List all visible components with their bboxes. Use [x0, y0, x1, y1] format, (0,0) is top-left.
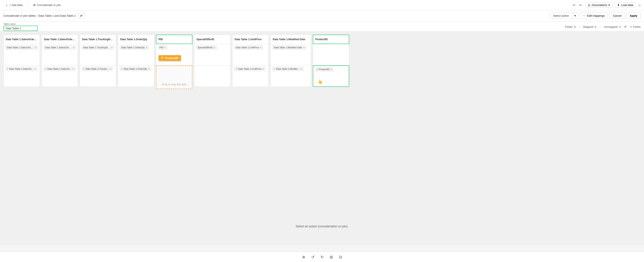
edit-mappings-label: Edit mappings — [587, 14, 604, 17]
tag-dt2-trackingnumber: ⠿ Data Table 2.Trackin... ✕ — [82, 67, 113, 71]
drag-icon: ⠿ — [7, 68, 8, 70]
row2-cell-orderqty: ⠿ Data Table 2.OrderQty ✕ — [118, 65, 154, 87]
remove-tag-icon[interactable]: ✕ — [300, 68, 302, 70]
columns-container: Data Table 1.SalesOrderID Data Table 1.S… — [0, 31, 644, 245]
tag-dt2-salesorderdetailid: ⠿ Data Table 2.SalesOr... ✕ — [44, 67, 76, 71]
toolbar-separator — [28, 2, 28, 8]
fields-stats-row: Fields: 9 | Mapped: 6 | Unmapped: 3 👁 ≡ … — [565, 25, 640, 28]
tag-dt1-orderqty: Data Table 1.OrderQty ✕ — [120, 45, 149, 50]
bottom-minus-button[interactable]: ⊟ — [338, 254, 343, 260]
main-content: Data Table 1.SalesOrderID Data Table 1.S… — [0, 31, 644, 245]
remove-tag-icon[interactable]: ✕ — [330, 68, 332, 71]
row2-cell-unitprice: ⠿ Data Table 2.UnitPrice ✕ — [232, 65, 269, 87]
remove-tag-icon[interactable]: ✕ — [72, 68, 74, 70]
field-column-salesorderdetailid: Data Table 1.SalesOrderDetailID Data Tab… — [42, 35, 78, 242]
col-header-salesorderdetailid: Data Table 1.SalesOrderDetailID — [42, 35, 78, 44]
drag-icon: ⠿ — [83, 68, 84, 70]
remove-tag-icon[interactable]: ✕ — [164, 46, 166, 49]
tag-specialofferid: SpecialOfferID ✕ 👆 — [196, 45, 217, 50]
remove-tag-icon[interactable]: ✕ — [148, 68, 150, 70]
page-title: Concatenate or join tables - Data Table … — [4, 14, 76, 17]
load-data-button[interactable]: ⬇ Load data — [615, 2, 636, 8]
top-toolbar: ＋ + Add data ⊞ Concatenate or join ↩ ↪ ◎… — [0, 0, 644, 10]
tag-dt1-salesorderid: Data Table 1.SalesOrderID ✕ — [5, 45, 38, 50]
row2-cell-trackingnumber: ⠿ Data Table 2.Trackin... ✕ — [80, 65, 116, 87]
home-button[interactable]: ⌂ — [638, 3, 640, 7]
bottom-grid-button[interactable]: ⊞ — [329, 254, 334, 260]
remove-tag-icon[interactable]: ✕ — [146, 46, 148, 49]
fields-view-button[interactable]: ≡ Fields — [630, 25, 640, 28]
tag-dt2-unitprice: ⠿ Data Table 2.UnitPrice ✕ — [234, 67, 266, 71]
remove-tag-icon[interactable]: ✕ — [111, 46, 113, 49]
fields-label: Fields — [633, 25, 640, 28]
field-column-modifieddate: Data Table 1.Modified Date Data Table 1.… — [270, 35, 311, 242]
concat-join-label: Concatenate or join — [37, 3, 61, 7]
col-header-unitprice: Data Table 1.UnitPrice — [232, 35, 269, 44]
row1-cell-pid: PID ✕ — [156, 44, 192, 65]
undo-redo-group: ↩ ↪ — [571, 2, 583, 8]
field-column-specialofferid: SpecialOfferID SpecialOfferID ✕ 👆 — [194, 35, 230, 242]
bottom-undo-button[interactable]: ↺ — [310, 254, 315, 260]
bottom-redo-button[interactable]: ↻ — [320, 254, 324, 260]
select-action-label: Select action — [550, 13, 572, 19]
drag-icon: ⠿ — [316, 68, 318, 71]
field-column-unitprice: Data Table 1.UnitPrice Data Table 1.Unit… — [232, 35, 269, 242]
bottom-toolbar: ⊕ ↺ ↻ ⊞ ⊟ — [0, 252, 644, 262]
drag-chip-icon: ⠿ — [161, 56, 163, 60]
row2-cell-pid-drop[interactable]: ⠿ ProductID Drop to map this field — [156, 65, 192, 89]
bottom-add-button[interactable]: ⊕ — [301, 254, 306, 260]
cursor-pointer-icon: 👆 — [216, 47, 217, 50]
col-header-orderqty: Data Table 1.OrderQty — [118, 35, 154, 44]
remove-tag-icon[interactable]: ✕ — [35, 46, 36, 49]
drag-icon: ⠿ — [45, 68, 46, 70]
field-column-salesorderid: Data Table 1.SalesOrderID Data Table 1.S… — [4, 35, 40, 242]
concat-join-button[interactable]: ⊞ Concatenate or join — [32, 2, 63, 7]
list-icon: ≡ — [630, 25, 632, 28]
add-icon: ＋ — [5, 3, 8, 7]
col-header-text: Data Table 1.SalesOrderDetailID — [44, 38, 76, 41]
associations-icon: ◎ — [588, 3, 590, 7]
col-header-text: Data Table 1.SalesOrderID — [6, 38, 38, 41]
eye-icon: 👁 — [624, 25, 627, 28]
remove-specialofferid-icon[interactable]: ✕ 👆 — [214, 46, 215, 49]
row2-cell-productid: ⠿ ProductID ✕ 👆 — [313, 65, 349, 87]
undo-button[interactable]: ↩ — [571, 2, 577, 8]
col-header-pid: PID — [156, 35, 192, 44]
add-data-label: + Add data — [9, 3, 23, 7]
edit-icon: ✏ — [583, 14, 586, 17]
remove-tag-icon[interactable]: ✕ — [34, 68, 36, 70]
row2-cell-salesorderdetailid: ⠿ Data Table 2.SalesOr... ✕ — [42, 65, 78, 87]
swap-icon: ⇄ — [80, 14, 82, 17]
cursor-pointer-icon-productid: 👆 — [318, 79, 323, 84]
row1-cell-modifieddate: Data Table 1.Modified Date ✕ — [270, 44, 311, 65]
table-name-input[interactable] — [4, 26, 38, 31]
remove-tag-icon[interactable]: ✕ — [110, 68, 112, 70]
table-name-section: Table name: — [4, 23, 38, 31]
unmapped-count: Unmapped: 3 — [604, 25, 621, 28]
apply-button[interactable]: Apply — [626, 13, 640, 19]
remove-tag-icon[interactable]: ✕ — [262, 68, 264, 70]
associations-button[interactable]: ◎ Associations ▾ — [586, 2, 612, 8]
col-header-modifieddate: Data Table 1.Modified Date — [270, 35, 311, 44]
col-header-text: ProductID — [315, 38, 347, 41]
view-toggle-button[interactable]: 👁 — [624, 25, 627, 28]
col-header-productid: ProductID — [313, 35, 349, 44]
remove-tag-icon[interactable]: ✕ — [303, 46, 305, 49]
swap-button[interactable]: ⇄ — [78, 13, 84, 18]
tag-pid: PID ✕ — [158, 45, 167, 50]
add-data-button[interactable]: ＋ + Add data — [4, 2, 24, 8]
drag-icon: ⠿ — [274, 68, 275, 70]
col-header-salesorderid: Data Table 1.SalesOrderID — [4, 35, 40, 44]
row2-cell-modifieddate: ⠿ Data Table 2.Modifie... ✕ — [270, 65, 311, 87]
tag-dt2-orderqty: ⠿ Data Table 2.OrderQty ✕ — [120, 67, 151, 71]
redo-button[interactable]: ↪ — [578, 2, 583, 8]
remove-tag-icon[interactable]: ✕ — [260, 46, 262, 49]
row2-cell-specialofferid-empty — [194, 65, 230, 87]
remove-tag-icon[interactable]: ✕ — [73, 46, 74, 49]
table-name-label: Table name: — [4, 23, 38, 25]
row2-cell-salesorderid: ⠿ Data Table 2.SalesOr... ✕ — [4, 65, 40, 87]
select-action-arrow[interactable]: ▾ — [572, 13, 578, 19]
cancel-button[interactable]: Cancel — [610, 13, 624, 19]
edit-mappings-button[interactable]: ✏ Edit mappings — [580, 13, 608, 19]
row1-cell-unitprice: Data Table 1.UnitPrice ✕ — [232, 44, 269, 65]
